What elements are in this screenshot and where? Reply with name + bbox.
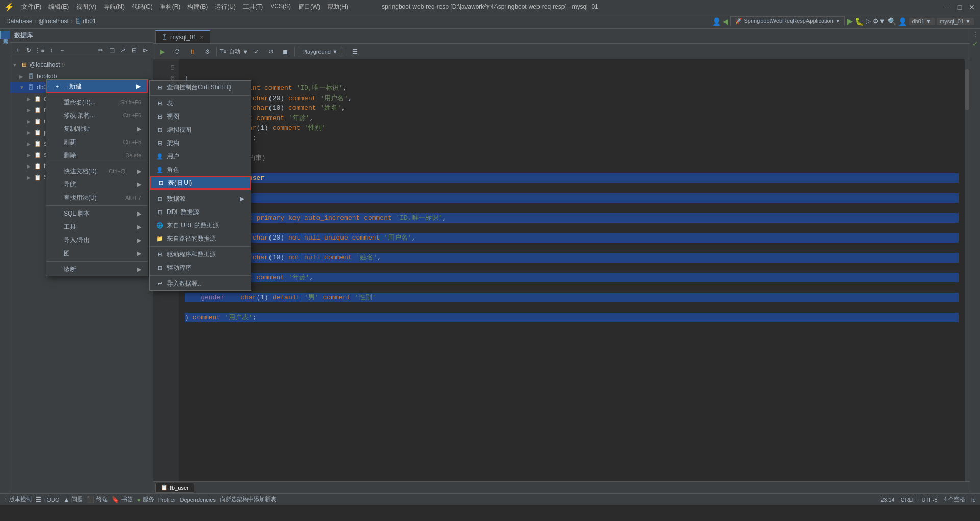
coverage-button[interactable]: ▷	[866, 17, 871, 25]
rollback-button[interactable]: ↺	[265, 46, 277, 57]
commit-button[interactable]: ✓	[251, 46, 262, 57]
indent-status[interactable]: 4 个空格	[944, 495, 965, 503]
config-button[interactable]: ⚙	[202, 46, 213, 57]
menu-code[interactable]: 代码(C)	[129, 2, 156, 12]
submenu-view[interactable]: ⊞ 视图	[150, 110, 251, 123]
stop-button[interactable]: ◼	[280, 46, 291, 57]
submenu-table-old-ui[interactable]: ⊞ 表(旧 UI)	[150, 176, 251, 190]
format-button[interactable]: ☰	[349, 46, 361, 57]
maximize-button[interactable]: □	[955, 3, 964, 11]
menu-refactor[interactable]: 重构(R)	[157, 2, 184, 12]
account-icon[interactable]: 👤	[712, 17, 721, 26]
submenu-role[interactable]: 👤 角色	[150, 163, 251, 176]
submenu-schema[interactable]: ⊞ 架构	[150, 136, 251, 150]
bookmark-status[interactable]: 🔖 书签	[112, 495, 133, 503]
ctx-find-usage[interactable]: 查找用法(U) Alt+F7	[46, 191, 148, 204]
debug-app-button[interactable]: 🐛	[855, 17, 864, 26]
terminal-status[interactable]: ⬛ 终端	[87, 495, 108, 503]
todo-status[interactable]: ☰ TODO	[36, 496, 60, 503]
scrollbar-thumb[interactable]	[965, 69, 969, 110]
submenu-import-ds[interactable]: ↩ 导入数据源...	[150, 277, 251, 290]
window-controls[interactable]: — □ ✕	[943, 3, 976, 11]
run-app-button[interactable]: ▶	[847, 16, 853, 26]
mysql01-badge[interactable]: mysql_01 ▼	[937, 18, 974, 25]
code-content[interactable]: ( id int comment 'ID,唯一标识', username var…	[179, 59, 965, 481]
db-arrow-button[interactable]: ↗	[118, 45, 128, 55]
submenu-path-ds[interactable]: 📁 来自路径的数据源	[150, 232, 251, 245]
menu-nav[interactable]: 导航(N)	[101, 2, 128, 12]
submenu-table[interactable]: ⊞ 表	[150, 97, 251, 110]
ctx-diagnostics[interactable]: 诊断 ▶	[46, 263, 148, 276]
vc-status[interactable]: ↑ 版本控制	[4, 495, 32, 503]
menu-window[interactable]: 窗口(W)	[295, 2, 323, 12]
position-status[interactable]: 23:14	[880, 495, 895, 503]
db-schema-button[interactable]: ◫	[107, 45, 117, 55]
menu-build[interactable]: 构建(B)	[184, 2, 211, 12]
ctx-copy-paste[interactable]: 复制/粘贴 ▶	[46, 122, 148, 135]
menu-file[interactable]: 文件(F)	[18, 2, 44, 12]
ctx-diagram[interactable]: 图 ▶	[46, 247, 148, 260]
minimize-button[interactable]: —	[943, 3, 951, 11]
db-refresh-button[interactable]: ↻	[23, 45, 34, 55]
submenu-driver-ds[interactable]: ⊞ 驱动程序和数据源	[150, 248, 251, 261]
ctx-quick-doc[interactable]: 快速文档(D) Ctrl+Q ▶	[46, 164, 148, 178]
ctx-modify-schema[interactable]: 修改 架构... Ctrl+F6	[46, 109, 148, 122]
issues-status[interactable]: ▲ 问题	[64, 495, 83, 503]
tree-item-localhost[interactable]: ▼ 🖥 @localhost 9	[10, 59, 153, 70]
db-filter-button[interactable]: ⋮≡	[35, 45, 45, 55]
breadcrumb-db01[interactable]: db01	[83, 18, 96, 25]
left-db-tab[interactable]: 数据库	[0, 31, 10, 39]
ctx-tools[interactable]: 工具 ▶	[46, 220, 148, 233]
editor-tab-mysql01[interactable]: 🗄 mysql_01 ✕	[155, 30, 210, 43]
menu-view[interactable]: 视图(V)	[73, 2, 100, 12]
submenu-virtual-view[interactable]: ⊞ 虚拟视图	[150, 123, 251, 136]
ctx-delete[interactable]: 删除 Delete	[46, 149, 148, 162]
menu-vcs[interactable]: VCS(S)	[267, 2, 294, 12]
close-button[interactable]: ✕	[968, 3, 976, 11]
transaction-button[interactable]: ⏸	[186, 46, 199, 57]
playground-dropdown[interactable]: Playground ▼	[298, 46, 342, 57]
db-view-button[interactable]: ⊟	[129, 45, 139, 55]
history-button[interactable]: ⏱	[171, 46, 183, 57]
menu-bar[interactable]: 文件(F) 编辑(E) 视图(V) 导航(N) 代码(C) 重构(R) 构建(B…	[18, 2, 351, 12]
ctx-refresh[interactable]: 刷新 Ctrl+F5	[46, 135, 148, 149]
submenu-datasource[interactable]: ⊞ 数据源 ▶	[150, 192, 251, 205]
db-edit-button[interactable]: ✏	[95, 45, 106, 55]
db-add-button[interactable]: ＋	[12, 45, 22, 55]
submenu-user[interactable]: 👤 用户	[150, 150, 251, 163]
profiler-status[interactable]: Profiler	[158, 496, 176, 503]
encoding-status[interactable]: UTF-8	[921, 495, 937, 503]
search-icon[interactable]: 🔍	[888, 17, 896, 26]
breadcrumb-localhost[interactable]: @localhost	[38, 18, 69, 25]
deps-status[interactable]: Dependencies	[180, 496, 216, 503]
run-query-button[interactable]: ▶	[157, 46, 168, 57]
bottom-tab-tbuser[interactable]: 📋 tb_user	[155, 483, 194, 493]
submenu-driver[interactable]: ⊞ 驱动程序	[150, 261, 251, 274]
breadcrumb-database[interactable]: Database	[6, 18, 32, 25]
menu-run[interactable]: 运行(U)	[212, 2, 239, 12]
ctx-import-export[interactable]: 导入/导出 ▶	[46, 233, 148, 247]
git-status[interactable]: Ie	[971, 495, 976, 503]
back-icon[interactable]: ◀	[723, 17, 728, 26]
more-run-options[interactable]: ⚙▼	[873, 17, 886, 25]
tab-close-button[interactable]: ✕	[200, 35, 204, 40]
db01-badge[interactable]: db01 ▼	[909, 18, 935, 25]
right-more-icon[interactable]: ⋮	[972, 31, 978, 38]
ctx-rename[interactable]: 重命名(R)... Shift+F6	[46, 96, 148, 109]
ctx-navigate[interactable]: 导航 ▶	[46, 178, 148, 191]
submenu-url-ds[interactable]: 🌐 来自 URL 的数据源	[150, 219, 251, 232]
db-sort-button[interactable]: ↕	[46, 45, 56, 55]
menu-edit[interactable]: 编辑(E)	[45, 2, 72, 12]
ctx-sql-script[interactable]: SQL 脚本 ▶	[46, 207, 148, 220]
right-check-icon[interactable]: ✓	[972, 40, 978, 48]
ctx-new-item[interactable]: + + 新建 ▶ ⊞ 查询控制台 Ctrl+Shift+Q ⊞ 表 ⊞ 视图	[46, 80, 148, 93]
tx-mode[interactable]: Tx: 自动 ▼	[220, 48, 248, 55]
app-dropdown[interactable]: 🚀 SpringbootWebReqRespApplication ▼	[730, 16, 844, 26]
service-status[interactable]: ● 服务	[137, 495, 154, 503]
submenu-query-console[interactable]: ⊞ 查询控制台 Ctrl+Shift+Q	[150, 81, 251, 94]
menu-help[interactable]: 帮助(H)	[324, 2, 351, 12]
linesep-status[interactable]: CRLF	[901, 495, 916, 503]
menu-tools[interactable]: 工具(T)	[240, 2, 266, 12]
db-minus-button[interactable]: −	[57, 45, 67, 55]
editor-scrollbar[interactable]	[965, 59, 970, 481]
